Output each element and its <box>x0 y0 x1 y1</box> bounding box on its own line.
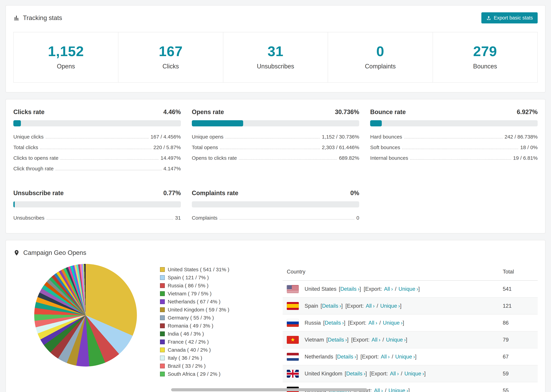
rate-rows: Complaints 0 <box>192 213 359 223</box>
legend-item: Netherlands ( 67 / 4% ) <box>160 299 229 305</box>
stat-box: 279 Bounces <box>433 32 537 82</box>
export-label: Export: <box>347 303 364 309</box>
legend-color-swatch <box>160 339 165 344</box>
stat-row: Opens to clicks rate 689.82% <box>192 153 359 163</box>
details-link[interactable]: Details <box>337 354 356 360</box>
country-name: Spain <box>304 303 318 309</box>
details-link[interactable]: Details <box>328 337 347 343</box>
rate-title: Unsubscribe rate <box>13 189 64 197</box>
stat-row-label: Total clicks <box>13 145 38 150</box>
stat-box: 31 Unsubscribes <box>223 32 328 82</box>
table-row: Russia [Details] [Export:All/Unique] 86 <box>283 315 538 331</box>
legend-color-swatch <box>160 291 165 296</box>
stat-row-label: Soft bounces <box>370 145 400 150</box>
details-link[interactable]: Details <box>346 371 365 377</box>
stat-value: 1,152 <box>14 43 118 59</box>
stat-box: 0 Complaints <box>328 32 432 82</box>
rate-rows: Hard bounces 242 / 86.738% Soft bounces … <box>370 132 538 163</box>
export-all-link[interactable]: All <box>368 320 377 326</box>
legend-label: Germany ( 55 / 3% ) <box>168 315 214 321</box>
country-name: Russia <box>304 320 321 326</box>
details-link[interactable]: Details <box>325 320 344 326</box>
export-label: Export: <box>365 286 382 292</box>
export-unique-link[interactable]: Unique <box>399 286 418 292</box>
legend-item: India ( 46 / 3% ) <box>160 331 229 337</box>
dotted-leader <box>404 138 502 139</box>
rate-value: 0% <box>350 189 359 197</box>
legend-color-swatch <box>160 372 165 377</box>
stat-row: Internal bounces 19 / 6.81% <box>370 153 538 163</box>
export-all-link[interactable]: All <box>366 303 374 309</box>
dotted-leader <box>47 219 173 220</box>
export-unique-link[interactable]: Unique <box>389 388 408 392</box>
country-flag-icon <box>287 319 299 327</box>
stat-row-label: Internal bounces <box>370 155 408 161</box>
horizontal-scrollbar-thumb[interactable] <box>171 388 367 391</box>
export-unique-link[interactable]: Unique <box>380 303 400 309</box>
export-label: Export: <box>353 337 369 343</box>
progress-bar <box>192 120 359 126</box>
rate-title: Opens rate <box>192 108 224 116</box>
progress-bar <box>192 201 359 207</box>
export-basic-stats-button[interactable]: Export basic stats <box>481 12 538 23</box>
legend-color-swatch <box>160 331 165 336</box>
legend-item: Spain ( 121 / 7% ) <box>160 275 229 280</box>
stat-row: Unsubscribes 31 <box>13 213 181 223</box>
export-unique-link[interactable]: Unique <box>386 337 406 343</box>
progress-bar-fill <box>13 120 21 126</box>
stat-row-value: 19 / 6.81% <box>513 155 538 161</box>
progress-bar-fill <box>13 201 15 207</box>
rate-value: 6.927% <box>517 108 538 116</box>
stat-row-value: 31 <box>175 215 181 221</box>
stat-label: Bounces <box>433 63 537 70</box>
legend-label: United Kingdom ( 59 / 3% ) <box>168 307 229 313</box>
rate-rows: Unsubscribes 31 <box>13 213 181 223</box>
card-title-group: Tracking stats <box>13 14 62 21</box>
legend-label: South Africa ( 29 / 2% ) <box>168 371 220 377</box>
export-all-link[interactable]: All <box>372 337 380 343</box>
legend-item: United States ( 541 / 31% ) <box>160 267 229 273</box>
progress-bar <box>370 120 538 126</box>
country-flag-icon <box>287 302 299 310</box>
legend-item: Germany ( 55 / 3% ) <box>160 315 229 321</box>
rate-value: 0.77% <box>163 189 181 197</box>
stat-label: Clicks <box>118 63 223 70</box>
export-all-link[interactable]: All <box>384 286 393 292</box>
legend-label: Brazil ( 33 / 2% ) <box>168 363 206 369</box>
legend-label: United States ( 541 / 31% ) <box>168 267 229 273</box>
export-unique-link[interactable]: Unique <box>404 371 424 377</box>
legend-label: Canada ( 40 / 2% ) <box>168 347 211 353</box>
legend-label: Russia ( 86 / 5% ) <box>168 283 208 288</box>
progress-bar <box>13 201 181 207</box>
rate-block: Unsubscribe rate 0.77% Unsubscribes 31 <box>13 189 181 223</box>
export-all-link[interactable]: All <box>374 388 383 392</box>
country-total: 541 <box>503 286 534 292</box>
export-unique-link[interactable]: Unique <box>395 354 415 360</box>
bar-chart-icon <box>13 15 20 21</box>
rate-block: Opens rate 30.736% Unique opens 1,152 / … <box>192 108 359 174</box>
page-title: Tracking stats <box>23 14 62 21</box>
stat-row-label: Total opens <box>192 145 218 150</box>
stat-row: Total clicks 220 / 5.87% <box>13 142 181 153</box>
stat-row: Soft bounces 18 / 0% <box>370 142 538 153</box>
legend-color-swatch <box>160 283 165 288</box>
stat-row-label: Clicks to opens rate <box>13 155 58 161</box>
dotted-leader <box>219 219 354 220</box>
rate-title: Complaints rate <box>192 189 238 197</box>
export-all-link[interactable]: All <box>381 354 390 360</box>
table-row: Vietnam [Details] [Export:All/Unique] 79 <box>283 331 538 348</box>
geo-opens-card: Campaign Geo Opens United States ( 541 /… <box>6 240 545 392</box>
pie-legend: United States ( 541 / 31% ) Spain ( 121 … <box>160 264 229 377</box>
country-flag-icon <box>287 370 299 378</box>
export-unique-link[interactable]: Unique <box>383 320 403 326</box>
details-link[interactable]: Details <box>322 303 341 309</box>
legend-item: Canada ( 40 / 2% ) <box>160 347 229 353</box>
stat-row-value: 1,152 / 30.736% <box>322 134 359 140</box>
country-flag-icon <box>287 336 299 344</box>
export-all-link[interactable]: All <box>390 371 399 377</box>
stat-row: Unique clicks 167 / 4.456% <box>13 132 181 142</box>
stat-row-value: 2,303 / 61.446% <box>322 145 359 150</box>
table-row: Spain [Details] [Export:All/Unique] 121 <box>283 298 538 315</box>
details-link[interactable]: Details <box>340 286 360 292</box>
legend-item: South Africa ( 29 / 2% ) <box>160 371 229 377</box>
